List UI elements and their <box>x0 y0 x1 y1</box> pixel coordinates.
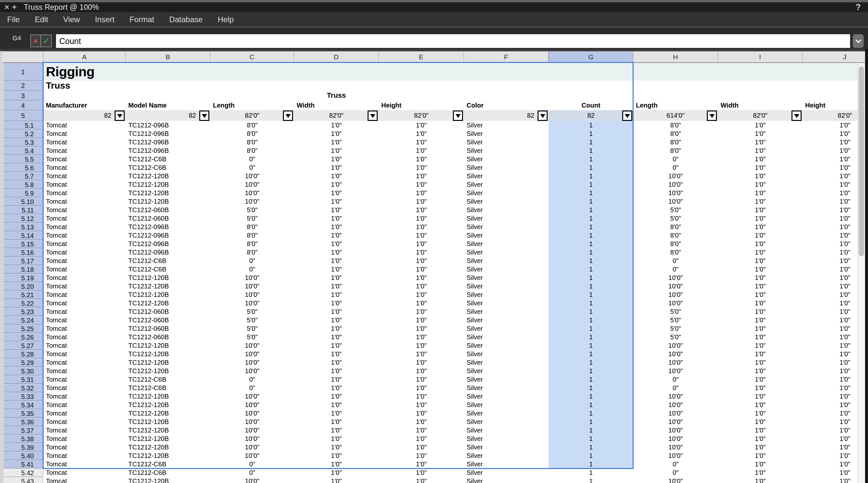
cell[interactable]: 1'0" <box>379 426 464 434</box>
cell[interactable]: 1 <box>549 409 633 418</box>
cell[interactable]: 1'0" <box>294 383 379 392</box>
cell[interactable]: Silver <box>464 146 549 155</box>
cell-field-header[interactable]: Length <box>210 101 294 110</box>
cell[interactable]: 1'0" <box>718 299 803 307</box>
cell[interactable]: 1'0" <box>718 223 803 231</box>
cell[interactable]: 10'0" <box>633 358 718 367</box>
row-header[interactable]: 4 <box>3 101 43 110</box>
cell[interactable]: Silver <box>464 426 549 434</box>
cell[interactable]: 10'0" <box>633 197 718 206</box>
cell-filter[interactable]: 82'0" <box>210 110 294 121</box>
cell[interactable]: 8'0" <box>210 231 294 239</box>
cell[interactable]: 1'0" <box>718 350 803 358</box>
cell[interactable]: 1'0" <box>294 333 379 341</box>
cell[interactable]: Silver <box>464 163 549 172</box>
row-header[interactable]: 5.1 <box>3 121 43 130</box>
cell[interactable]: Tomcat <box>43 451 126 460</box>
cell[interactable]: Tomcat <box>43 401 126 409</box>
cell[interactable]: 1'0" <box>294 265 379 274</box>
cell[interactable]: Silver <box>464 333 549 341</box>
cell[interactable]: 1'0" <box>718 265 803 274</box>
row-header[interactable]: 5.24 <box>3 316 43 324</box>
cell[interactable]: 8'0" <box>633 248 718 256</box>
cell[interactable]: 1'0" <box>379 214 464 223</box>
cell[interactable]: Silver <box>464 265 549 274</box>
row-header[interactable]: 2 <box>3 81 43 91</box>
cell[interactable]: 1'0" <box>294 451 379 460</box>
cell[interactable]: 1 <box>549 239 633 248</box>
cell[interactable]: 1 <box>549 307 633 316</box>
cell[interactable]: TC1212-096B <box>126 130 210 138</box>
cell[interactable]: 1'0" <box>718 392 803 401</box>
cell[interactable]: 10'0" <box>210 290 294 299</box>
cell[interactable]: 1'0" <box>379 477 464 483</box>
cell[interactable]: TC1212-C6B <box>126 155 210 163</box>
row-header[interactable]: 5.19 <box>3 274 43 282</box>
cell[interactable]: Tomcat <box>43 155 126 163</box>
grid-corner-cell[interactable] <box>3 52 43 62</box>
cell[interactable]: 1'0" <box>294 358 379 367</box>
cell[interactable]: Silver <box>464 121 549 130</box>
row-header[interactable]: 5.33 <box>3 392 43 401</box>
cell[interactable]: 10'0" <box>633 299 718 307</box>
cell[interactable]: Silver <box>464 282 549 290</box>
row-header[interactable]: 5 <box>3 110 43 121</box>
filter-dropdown-button[interactable] <box>368 111 378 121</box>
cell[interactable]: 1'0" <box>294 375 379 383</box>
cell-filter[interactable]: 82 <box>43 110 126 121</box>
cell[interactable]: 10'0" <box>210 451 294 460</box>
cell[interactable]: TC1212-C6B <box>126 163 210 172</box>
filter-dropdown-button[interactable] <box>707 111 717 121</box>
cell[interactable]: 1'0" <box>294 307 379 316</box>
row-header[interactable]: 5.37 <box>3 426 43 434</box>
cell[interactable]: TC1212-096B <box>126 121 210 130</box>
close-icon[interactable]: × <box>5 2 9 12</box>
cell[interactable]: 1 <box>549 180 633 189</box>
cell[interactable]: Tomcat <box>43 341 126 350</box>
cell[interactable]: 10'0" <box>210 172 294 180</box>
cell[interactable]: TC1212-120B <box>126 392 210 401</box>
row-header[interactable]: 5.22 <box>3 299 43 307</box>
cell[interactable]: 1'0" <box>718 341 803 350</box>
cell[interactable]: 10'0" <box>633 180 718 189</box>
cell[interactable]: 1'0" <box>718 138 803 146</box>
menu-item-insert[interactable]: Insert <box>95 15 115 24</box>
cell[interactable]: 0" <box>633 163 718 172</box>
cell[interactable]: 1'0" <box>379 163 464 172</box>
cell[interactable]: TC1212-C6B <box>126 265 210 274</box>
cell-blank[interactable] <box>379 91 868 101</box>
cell-field-header[interactable]: Width <box>294 101 379 110</box>
cell[interactable]: 0" <box>210 468 294 477</box>
cell[interactable]: TC1212-120B <box>126 426 210 434</box>
cell[interactable]: 1 <box>549 130 633 138</box>
cell[interactable]: Tomcat <box>43 460 126 468</box>
cell[interactable]: Tomcat <box>43 350 126 358</box>
cell[interactable]: 1'0" <box>379 248 464 256</box>
cell[interactable]: TC1212-120B <box>126 172 210 180</box>
cell-filter[interactable]: 82'0" <box>718 110 803 121</box>
cell[interactable]: Silver <box>464 307 549 316</box>
cell[interactable]: 5'0" <box>210 206 294 214</box>
cell[interactable]: 1 <box>549 443 633 451</box>
row-header[interactable]: 5.8 <box>3 180 43 189</box>
cell[interactable]: 10'0" <box>210 299 294 307</box>
cell[interactable]: 0" <box>633 256 718 265</box>
cell[interactable]: Tomcat <box>43 189 126 197</box>
row-header[interactable]: 5.34 <box>3 401 43 409</box>
cell-field-header[interactable]: Height <box>379 101 464 110</box>
cell[interactable]: 1'0" <box>718 324 803 333</box>
cell[interactable]: 1 <box>549 265 633 274</box>
cell[interactable]: 0" <box>633 468 718 477</box>
cell[interactable]: 10'0" <box>633 350 718 358</box>
cell[interactable]: 10'0" <box>210 409 294 418</box>
cell[interactable]: 1 <box>549 383 633 392</box>
cell[interactable]: 1 <box>549 138 633 146</box>
cell[interactable]: 0" <box>210 163 294 172</box>
cell[interactable]: 8'0" <box>633 138 718 146</box>
cell-filter[interactable]: 614'0" <box>633 110 718 121</box>
cell[interactable]: 1'0" <box>294 197 379 206</box>
cell[interactable]: 1'0" <box>294 443 379 451</box>
cell[interactable]: 1'0" <box>379 409 464 418</box>
cell[interactable]: 1 <box>549 401 633 409</box>
cell[interactable]: 5'0" <box>633 206 718 214</box>
